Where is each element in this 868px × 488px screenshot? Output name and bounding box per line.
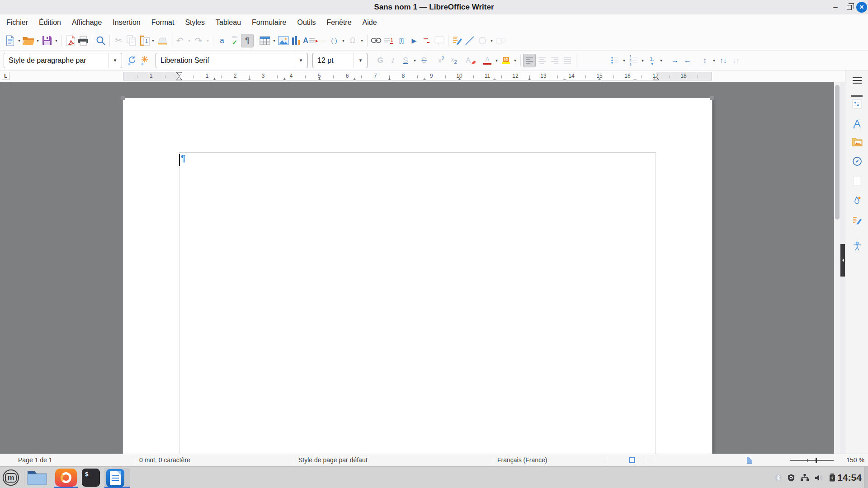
insert-cross-reference-button[interactable] [420, 34, 433, 47]
superscript-button[interactable]: x2 [435, 54, 448, 67]
menu-edition[interactable]: Édition [33, 14, 66, 31]
insert-bookmark-button[interactable]: ▶ [408, 34, 420, 47]
taskbar-firefox-button[interactable] [55, 469, 77, 487]
font-name-combobox[interactable]: Liberation Serif [156, 53, 308, 68]
insert-table-dropdown[interactable] [271, 34, 277, 47]
new-style-button[interactable] [138, 54, 151, 67]
open-button[interactable] [22, 34, 35, 47]
show-draw-functions-button[interactable] [495, 34, 507, 47]
menu-affichage[interactable]: Affichage [66, 14, 107, 31]
font-color-button[interactable]: A [481, 54, 494, 67]
insert-page-break-button[interactable]: ▸---- [315, 34, 328, 47]
sidebar-toggle-grip[interactable] [840, 244, 845, 277]
font-size-combobox[interactable]: 12 pt [312, 53, 368, 68]
undo-dropdown[interactable] [186, 34, 192, 47]
insert-field-dropdown[interactable] [340, 34, 346, 47]
sidebar-tab-manage-changes[interactable] [851, 215, 863, 227]
subscript-button[interactable]: x2 [448, 54, 460, 67]
vertical-scrollbar[interactable] [834, 82, 840, 454]
show-desktop-button[interactable] [864, 467, 868, 488]
insert-hyperlink-button[interactable] [370, 34, 382, 47]
taskbar-files-button[interactable] [26, 469, 48, 487]
status-language[interactable]: Français (France) [497, 454, 547, 466]
insert-special-char-dropdown[interactable] [359, 34, 365, 47]
find-replace-button[interactable] [94, 34, 107, 47]
title-bar[interactable]: Sans nom 1 — LibreOffice Writer – × [0, 0, 868, 14]
insert-line-button[interactable] [463, 34, 476, 47]
clear-formatting-button[interactable]: A [465, 54, 477, 67]
status-zoom-level[interactable]: 150 % [839, 454, 864, 466]
formatting-marks-toggle[interactable]: ¶ [241, 34, 254, 47]
align-right-button[interactable] [548, 54, 561, 67]
minimize-button[interactable]: – [830, 2, 841, 13]
selection-mode-icon[interactable] [629, 457, 635, 463]
line-spacing-button[interactable]: ↕ [698, 54, 711, 67]
decrease-indent-button[interactable]: ← [681, 54, 694, 67]
scrollbar-thumb[interactable] [835, 85, 840, 220]
underline-dropdown[interactable] [412, 54, 418, 67]
sidebar-tab-styles[interactable] [851, 117, 863, 130]
left-indent-marker[interactable] [176, 72, 183, 80]
menu-aide[interactable]: Aide [357, 14, 382, 31]
insert-endnote-button[interactable]: [i] [395, 34, 408, 47]
sidebar-tab-accessibility-check[interactable] [851, 239, 863, 252]
sidebar-tab-properties[interactable] [851, 98, 863, 110]
insert-special-char-button[interactable]: Ω [346, 34, 359, 47]
cut-button[interactable]: ✂ [112, 34, 125, 47]
bullet-list-button[interactable] [609, 54, 621, 67]
strikethrough-button[interactable]: S [418, 54, 430, 67]
shield-icon[interactable] [788, 474, 795, 482]
open-dropdown[interactable] [35, 34, 41, 47]
single-page-view-icon[interactable] [747, 457, 752, 464]
decrease-paragraph-spacing-button[interactable]: ↓↑ [730, 54, 742, 67]
insert-comment-button[interactable] [433, 34, 446, 47]
sidebar-tab-page[interactable] [851, 174, 863, 187]
font-color-dropdown[interactable] [494, 54, 500, 67]
insert-table-button[interactable] [259, 34, 271, 47]
line-spacing-dropdown[interactable] [711, 54, 717, 67]
sidebar-tab-navigator[interactable] [851, 155, 863, 168]
bold-button[interactable]: G [374, 54, 387, 67]
underline-button[interactable]: S [399, 54, 412, 67]
export-pdf-button[interactable] [64, 34, 77, 47]
status-page-style[interactable]: Style de page par défaut [298, 454, 368, 466]
new-document-dropdown[interactable] [16, 34, 22, 47]
insert-footnote-button[interactable]: 1 [382, 34, 395, 47]
taskbar-terminal-button[interactable]: $_ [82, 469, 100, 487]
paragraph-style-combobox[interactable]: Style de paragraphe par [4, 53, 122, 68]
spelling-button[interactable]: abc✓ [228, 34, 241, 47]
basic-shapes-button[interactable] [476, 34, 489, 47]
redo-button[interactable]: ↷ [192, 34, 205, 47]
justify-button[interactable] [561, 54, 574, 67]
track-changes-button[interactable] [451, 34, 463, 47]
basic-shapes-dropdown[interactable] [489, 34, 495, 47]
status-page-info[interactable]: Page 1 de 1 [18, 454, 52, 466]
increase-indent-button[interactable]: → [669, 54, 681, 67]
print-button[interactable] [77, 34, 90, 47]
menu-outils[interactable]: Outils [292, 14, 321, 31]
paste-button[interactable]: 1 [137, 34, 150, 47]
align-left-button[interactable] [523, 54, 536, 67]
close-button[interactable]: × [856, 2, 867, 13]
sidebar-settings-button[interactable] [851, 74, 863, 87]
sidebar-tab-gallery[interactable] [851, 136, 863, 148]
undo-button[interactable]: ↶ [174, 34, 186, 47]
taskbar-clock[interactable]: 14:54 [836, 467, 863, 488]
volume-icon[interactable] [815, 474, 823, 481]
insert-field-button[interactable]: (-) [328, 34, 340, 47]
insert-chart-button[interactable] [290, 34, 302, 47]
outline-list-button[interactable]: 1. [646, 54, 658, 67]
paste-dropdown[interactable] [150, 34, 156, 47]
new-document-button[interactable] [4, 34, 16, 47]
font-name-dropdown[interactable] [294, 53, 307, 68]
insert-textbox-button[interactable]: A [302, 34, 315, 47]
highlight-color-button[interactable]: ab [500, 54, 512, 67]
network-icon[interactable] [801, 474, 809, 481]
paragraph-style-dropdown[interactable] [108, 53, 122, 68]
redo-dropdown[interactable] [205, 34, 211, 47]
clone-formatting-button[interactable] [156, 34, 169, 47]
bullet-list-dropdown[interactable] [621, 54, 627, 67]
sidebar-tab-style-inspector[interactable] [851, 194, 863, 207]
save-button[interactable] [41, 34, 53, 47]
menu-formulaire[interactable]: Formulaire [246, 14, 292, 31]
